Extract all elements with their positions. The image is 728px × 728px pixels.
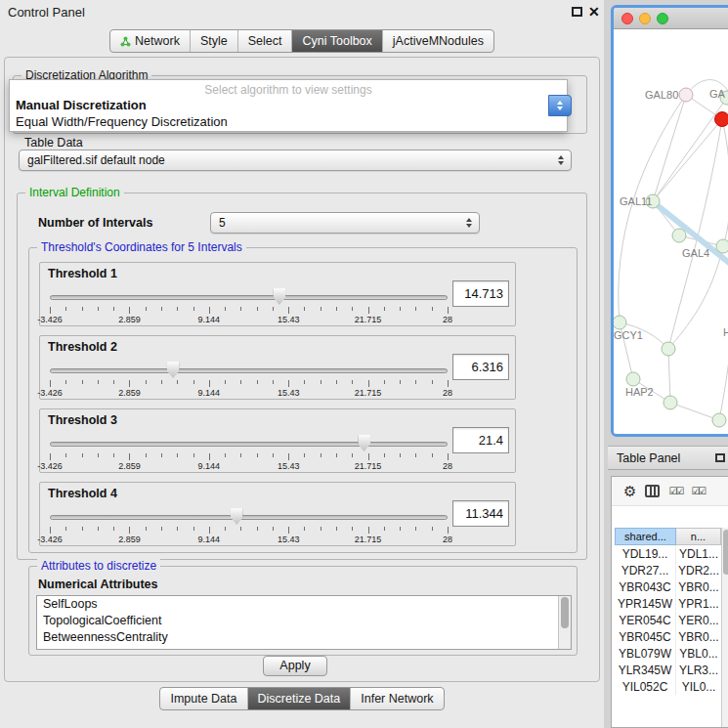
table-row[interactable]: YBR045CYBR0... xyxy=(615,628,721,645)
list-scrollbar[interactable] xyxy=(558,596,571,649)
column-header-name[interactable]: n... xyxy=(676,528,721,545)
select-functions-icon[interactable]: ☑☑ xyxy=(691,486,705,496)
select-all-icon[interactable]: ☑☑ xyxy=(668,486,682,496)
columns-icon[interactable] xyxy=(645,485,660,497)
node[interactable] xyxy=(712,413,726,427)
minimize-traffic-light-icon[interactable] xyxy=(639,13,651,24)
slider-track[interactable] xyxy=(50,295,448,300)
threshold-value-field[interactable]: 6.316 xyxy=(452,354,509,380)
table-row[interactable]: YPR145WYPR1... xyxy=(615,595,721,612)
table-row[interactable]: YLR345WYLR3... xyxy=(615,662,721,678)
table-cell[interactable]: YBR043C xyxy=(615,578,676,595)
table-cell[interactable]: YER054C xyxy=(615,612,676,628)
table-cell[interactable]: YDL19... xyxy=(615,545,676,562)
table-cell[interactable]: YBR0... xyxy=(676,578,721,595)
table-scrollbar[interactable] xyxy=(721,528,728,727)
slider-track[interactable] xyxy=(50,368,448,373)
slider-thumb[interactable] xyxy=(273,288,285,305)
float-window-icon[interactable] xyxy=(572,7,582,17)
apply-button[interactable]: Apply xyxy=(263,656,327,676)
algorithm-combobox-button[interactable] xyxy=(548,95,572,116)
tab-cyni-toolbox[interactable]: Cyni Toolbox xyxy=(291,30,381,52)
tab-network[interactable]: Network xyxy=(110,30,190,52)
table-cell[interactable]: YBR0... xyxy=(676,628,721,645)
slider-tick xyxy=(177,307,178,311)
table-cell[interactable]: YLR3... xyxy=(676,662,721,678)
slider-track[interactable] xyxy=(50,515,448,520)
slider-tick-label: 15.43 xyxy=(278,315,300,324)
table-cell[interactable]: YBL079W xyxy=(615,645,676,662)
column-header-shared-name[interactable]: shared... xyxy=(615,528,676,545)
table-cell[interactable]: YIL0... xyxy=(676,678,721,695)
node-gal80[interactable] xyxy=(679,88,693,102)
network-canvas[interactable]: GAL80 GA GAL11 GAL4 GCY1 H HAP2 xyxy=(614,29,728,434)
float-window-icon[interactable] xyxy=(715,453,725,462)
close-traffic-light-icon[interactable] xyxy=(621,13,633,24)
number-of-intervals-combobox[interactable]: 5 xyxy=(210,212,480,234)
table-cell[interactable]: YBR045C xyxy=(615,628,676,645)
threshold-slider[interactable]: -3.4262.8599.14415.4321.71528 xyxy=(50,360,448,399)
close-icon[interactable]: ✕ xyxy=(588,4,600,20)
table-cell[interactable]: YPR1... xyxy=(676,595,721,612)
table-cell[interactable]: YLR345W xyxy=(615,662,676,678)
table-cell[interactable]: YBL0... xyxy=(676,645,721,662)
selected-node-red[interactable] xyxy=(715,112,728,127)
slider-tick xyxy=(400,453,401,457)
tab-impute-data[interactable]: Impute Data xyxy=(160,688,246,709)
table-toolbar: ⚙ ☑☑ ☑☑ xyxy=(612,477,728,506)
numerical-attributes-list[interactable]: SelfLoopsTopologicalCoefficientBetweenne… xyxy=(36,595,572,650)
tab-label: Network xyxy=(135,34,180,48)
table-cell[interactable]: YDR2... xyxy=(676,562,721,578)
table-row[interactable]: YDR27...YDR2... xyxy=(615,562,721,578)
node-gcy1[interactable] xyxy=(614,316,626,329)
gear-icon[interactable]: ⚙ xyxy=(623,483,636,500)
table-cell[interactable]: YIL052C xyxy=(615,678,676,695)
table-row[interactable]: YBL079WYBL0... xyxy=(615,645,721,662)
table-scrollbar-thumb[interactable] xyxy=(723,530,728,575)
table-cell[interactable]: YDL1... xyxy=(676,545,721,562)
tab-infer-network[interactable]: Infer Network xyxy=(350,688,443,709)
table-cell[interactable]: YPR145W xyxy=(615,595,676,612)
attribute-list-item[interactable]: SelfLoops xyxy=(37,596,571,613)
slider-tick xyxy=(82,307,83,311)
threshold-slider[interactable]: -3.4262.8599.14415.4321.71528 xyxy=(50,433,448,472)
slider-tick xyxy=(432,453,433,457)
node[interactable] xyxy=(662,342,675,356)
algorithm-option-equal-width[interactable]: Equal Width/Frequency Discretization xyxy=(10,113,567,130)
table-data-combobox[interactable]: galFiltered.sif default node xyxy=(19,150,572,171)
network-window-titlebar[interactable] xyxy=(614,8,728,29)
tab-select[interactable]: Select xyxy=(237,30,292,52)
node[interactable] xyxy=(664,396,677,409)
threshold-value-field[interactable]: 11.344 xyxy=(452,500,509,527)
slider-tick xyxy=(321,380,321,384)
table-cell[interactable]: YDR27... xyxy=(615,562,676,578)
node[interactable] xyxy=(672,229,686,242)
threshold-value-field[interactable]: 14.713 xyxy=(452,280,509,307)
node-gal4[interactable] xyxy=(716,239,728,253)
table-row[interactable]: YDL19...YDL1... xyxy=(615,545,721,562)
tab-jactivemnodules[interactable]: jActiveMNodules xyxy=(382,30,493,52)
slider-tick-label: 28 xyxy=(443,388,452,398)
slider-thumb[interactable] xyxy=(231,508,243,525)
table-row[interactable]: YBR043CYBR0... xyxy=(615,578,721,595)
zoom-traffic-light-icon[interactable] xyxy=(657,13,668,24)
node-hap2[interactable] xyxy=(626,372,640,386)
attribute-list-item[interactable]: BetweennessCentrality xyxy=(37,629,571,646)
table-row[interactable]: YIL052CYIL0... xyxy=(615,678,721,695)
slider-tick xyxy=(432,380,433,384)
threshold-value-field[interactable]: 21.4 xyxy=(452,427,509,453)
algorithm-option-manual[interactable]: Manual Discretization xyxy=(10,97,567,113)
slider-track[interactable] xyxy=(50,442,448,447)
slider-thumb[interactable] xyxy=(358,435,370,451)
tab-discretize-data[interactable]: Discretize Data xyxy=(247,688,351,709)
table-cell[interactable]: YER0... xyxy=(676,612,721,628)
tab-style[interactable]: Style xyxy=(190,30,237,52)
control-panel-title: Control Panel xyxy=(8,5,85,20)
attribute-list-item[interactable]: TopologicalCoefficient xyxy=(37,613,571,629)
slider-tick xyxy=(448,380,449,387)
list-scrollbar-thumb[interactable] xyxy=(561,597,569,628)
table-row[interactable]: YER054CYER0... xyxy=(615,612,721,628)
slider-thumb[interactable] xyxy=(167,362,180,378)
threshold-slider[interactable]: -3.4262.8599.14415.4321.71528 xyxy=(50,286,448,325)
threshold-slider[interactable]: -3.4262.8599.14415.4321.71528 xyxy=(50,506,448,545)
